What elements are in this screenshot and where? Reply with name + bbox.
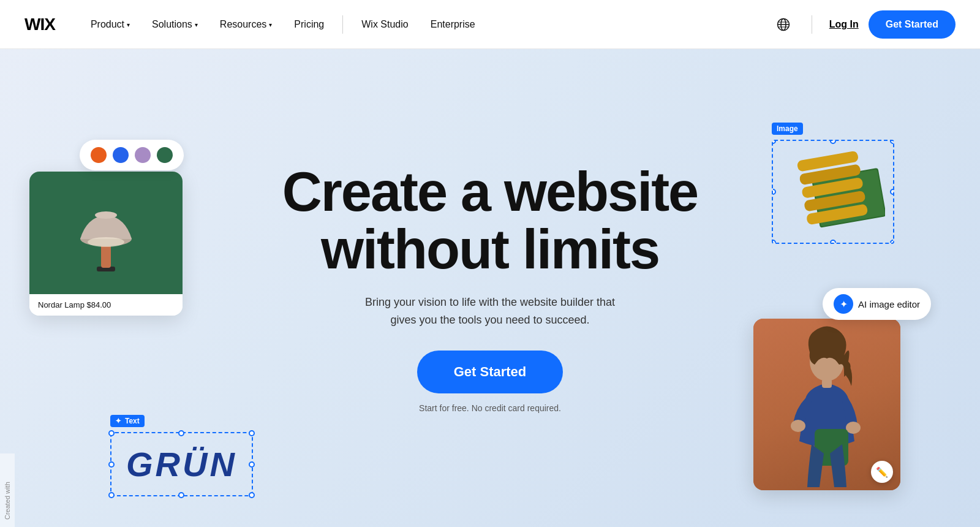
resize-handle-tm <box>178 430 184 436</box>
resize-handle-tl <box>108 430 115 436</box>
color-dot-orange <box>91 147 107 163</box>
hero-content: Create a website without limits Bring yo… <box>282 163 698 414</box>
image-design-element: Image <box>772 123 894 244</box>
resize-handle-bm <box>178 492 184 498</box>
nav-divider <box>342 15 343 34</box>
color-dot-blue <box>113 147 129 163</box>
text-design-element: ✦ Text GRÜN <box>110 415 253 496</box>
svg-point-18 <box>791 420 805 432</box>
text-badge: ✦ Text <box>110 415 145 427</box>
image-badge: Image <box>772 123 803 135</box>
created-with-label: Created with <box>0 453 15 527</box>
color-dot-purple <box>135 147 151 163</box>
navbar: WIX Product ▾ Solutions ▾ Resources ▾ Pr… <box>0 0 980 49</box>
svg-rect-21 <box>822 379 832 388</box>
svg-point-8 <box>95 211 117 219</box>
wix-logo[interactable]: WIX <box>24 15 55 34</box>
resize-handle-tl <box>772 140 776 144</box>
resize-handle-mr <box>890 189 894 195</box>
color-dot-green <box>157 147 173 163</box>
nav-product[interactable]: Product ▾ <box>80 0 141 49</box>
hero-note: Start for free. No credit card required. <box>282 403 698 413</box>
image-element-box <box>772 140 894 244</box>
hero-section: Nordar Lamp $84.00 Create a website with… <box>0 49 980 527</box>
chevron-down-icon: ▾ <box>269 21 272 28</box>
ai-chip-label: AI image editor <box>858 299 920 309</box>
nav-get-started-button[interactable]: Get Started <box>869 10 956 39</box>
resize-handle-bl <box>772 240 776 244</box>
hero-title: Create a website without limits <box>282 163 698 279</box>
text-element-box: GRÜN <box>110 432 253 496</box>
login-button[interactable]: Log In <box>829 19 859 30</box>
ai-image-editor-chip: ✦ AI image editor <box>823 288 931 320</box>
svg-point-9 <box>88 237 124 247</box>
resize-handle-bl <box>108 492 115 498</box>
hero-subtitle: Bring your vision to life with the websi… <box>282 294 698 329</box>
resize-handle-ml <box>772 189 776 195</box>
photo-card: ✏️ <box>753 319 900 490</box>
sparkle-icon: ✦ <box>115 417 121 425</box>
nav-links: Product ▾ Solutions ▾ Resources ▾ Pricin… <box>80 0 772 49</box>
svg-point-19 <box>846 422 861 434</box>
resize-handle-tm <box>830 140 836 144</box>
nav-pricing[interactable]: Pricing <box>283 0 335 49</box>
resize-handle-tr <box>890 140 894 144</box>
chevron-down-icon: ▾ <box>195 21 198 28</box>
lamp-card-image <box>29 172 183 294</box>
nav-enterprise[interactable]: Enterprise <box>420 0 486 49</box>
nav-resources[interactable]: Resources ▾ <box>209 0 283 49</box>
resize-handle-bm <box>830 240 836 244</box>
gruen-text: GRÜN <box>126 445 237 483</box>
photo-edit-button[interactable]: ✏️ <box>871 461 893 483</box>
lamp-card-label: Nordar Lamp $84.00 <box>29 294 183 316</box>
resize-handle-br <box>249 492 255 498</box>
resize-handle-ml <box>108 461 115 468</box>
resize-handle-tr <box>249 430 255 436</box>
nav-divider-2 <box>812 15 812 34</box>
nav-solutions[interactable]: Solutions ▾ <box>141 0 209 49</box>
resize-handle-mr <box>249 461 255 468</box>
ai-icon: ✦ <box>834 294 853 314</box>
nav-right: Log In Get Started <box>772 10 956 39</box>
nav-wix-studio[interactable]: Wix Studio <box>350 0 419 49</box>
chevron-down-icon: ▾ <box>127 21 130 28</box>
globe-icon[interactable] <box>772 13 794 36</box>
resize-handle-br <box>890 240 894 244</box>
lamp-product-card: Nordar Lamp $84.00 <box>29 172 183 316</box>
hero-get-started-button[interactable]: Get Started <box>417 351 564 393</box>
color-palette <box>80 140 184 170</box>
